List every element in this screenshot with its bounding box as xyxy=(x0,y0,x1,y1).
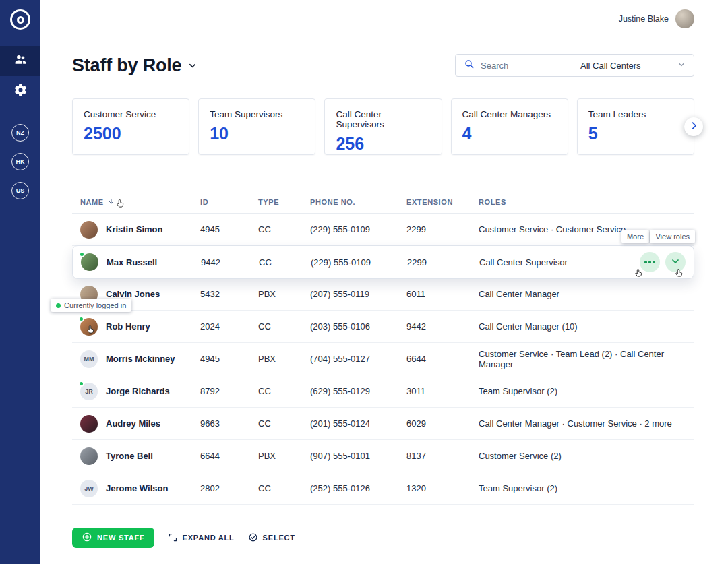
stat-value: 4 xyxy=(462,124,557,144)
chevron-right-icon xyxy=(689,121,699,133)
name-cell: JW Jerome Wilson xyxy=(80,480,200,497)
app-logo-icon[interactable] xyxy=(10,9,30,30)
staff-extension: 3011 xyxy=(406,386,479,396)
staff-roles: Customer Service · Team Lead (2) · Call … xyxy=(479,349,694,369)
expand-all-label: EXPAND ALL xyxy=(183,534,235,542)
stat-value: 256 xyxy=(336,134,430,154)
table-header-row: NAME ID TYPE PHONE NO. EXTENSION ROLES xyxy=(72,191,694,214)
stat-label: Customer Service xyxy=(84,109,178,119)
avatar[interactable] xyxy=(80,318,98,336)
stat-card-team-leaders[interactable]: Team Leaders 5 xyxy=(577,98,694,155)
region-badge-nz[interactable]: NZ xyxy=(11,124,29,142)
staff-name: Max Russell xyxy=(107,257,157,268)
view-roles-button[interactable] xyxy=(665,252,686,272)
stat-value: 10 xyxy=(210,124,304,144)
column-header-extension[interactable]: EXTENSION xyxy=(406,198,479,206)
stat-card-call-center-managers[interactable]: Call Center Managers 4 xyxy=(451,98,568,155)
new-staff-button[interactable]: NEW STAFF xyxy=(72,528,154,548)
staff-phone: (229) 555-0109 xyxy=(311,257,407,268)
app-root: NZ HK US Justine Blake Staff by Role xyxy=(0,0,728,564)
staff-extension: 8137 xyxy=(406,451,479,461)
staff-id: 2802 xyxy=(200,483,258,493)
role-stats-row: Customer Service 2500 Team Supervisors 1… xyxy=(72,98,694,155)
staff-extension: 6644 xyxy=(406,354,479,364)
sidebar: NZ HK US xyxy=(0,0,40,564)
search-icon xyxy=(464,59,475,72)
column-header-name[interactable]: NAME xyxy=(80,197,200,207)
staff-table: NAME ID TYPE PHONE NO. EXTENSION ROLES xyxy=(72,191,694,505)
tooltip-more: More xyxy=(621,230,649,243)
column-header-id[interactable]: ID xyxy=(200,198,258,206)
staff-name: Rob Henry xyxy=(106,321,150,332)
stat-card-customer-service[interactable]: Customer Service 2500 xyxy=(72,98,189,155)
people-icon xyxy=(13,53,28,69)
staff-name: Audrey Miles xyxy=(106,418,160,429)
table-row[interactable]: Tyrone Bell 6644 PBX (907) 555-0101 8137… xyxy=(72,440,694,472)
stat-card-team-supervisors[interactable]: Team Supervisors 10 xyxy=(198,98,315,155)
staff-extension: 2299 xyxy=(407,257,479,268)
select-button[interactable]: SELECT xyxy=(248,532,295,544)
call-center-filter[interactable]: All Call Centers xyxy=(572,55,694,76)
staff-name: Tyrone Bell xyxy=(106,451,153,461)
name-cell: Rob Henry xyxy=(80,318,200,336)
staff-phone: (207) 555-0119 xyxy=(310,289,406,299)
table-row[interactable]: Rob Henry 2024 CC (203) 555-0106 9442 Ca… xyxy=(72,311,694,343)
name-cell: Tyrone Bell xyxy=(80,447,200,465)
table-row[interactable]: Calvin Jones 5432 PBX (207) 555-0119 601… xyxy=(72,278,694,311)
table-row[interactable]: Kristin Simon 4945 CC (229) 555-0109 229… xyxy=(72,214,694,246)
search-input[interactable] xyxy=(481,61,564,71)
staff-phone: (201) 555-0124 xyxy=(310,418,406,429)
main-content: Justine Blake Staff by Role xyxy=(40,0,728,564)
staff-roles: Team Supervisor (2) xyxy=(479,386,694,396)
column-header-type[interactable]: TYPE xyxy=(258,198,310,206)
avatar xyxy=(81,253,98,271)
column-header-phone[interactable]: PHONE NO. xyxy=(310,198,406,206)
staff-roles: Customer Service (2) xyxy=(479,451,694,461)
expand-icon xyxy=(168,532,178,544)
search-box xyxy=(456,55,572,76)
region-badge-hk[interactable]: HK xyxy=(11,153,29,170)
staff-type: PBX xyxy=(258,289,310,299)
tooltip-view-roles: View roles xyxy=(650,230,695,243)
staff-type: CC xyxy=(258,418,310,429)
staff-name: Kristin Simon xyxy=(106,224,163,234)
stat-card-call-center-supervisors[interactable]: Call Center Supervisors 256 xyxy=(324,98,442,155)
staff-roles: Team Supervisor (2) xyxy=(479,483,694,493)
stat-label: Team Leaders xyxy=(588,109,683,119)
avatar: JR xyxy=(80,383,98,400)
table-row[interactable]: Audrey Miles 9663 CC (201) 555-0124 6029… xyxy=(72,408,694,440)
footer-actions: NEW STAFF EXPAND ALL SELECT xyxy=(72,528,694,548)
name-cell: Max Russell xyxy=(81,253,201,271)
sidebar-item-settings[interactable] xyxy=(0,76,40,106)
table-row: Max Russell 9442 CC (229) 555-0109 2299 … xyxy=(73,246,694,278)
page-title-group: Staff by Role xyxy=(72,55,198,76)
table-row-selected[interactable]: Max Russell 9442 CC (229) 555-0109 2299 … xyxy=(72,245,694,279)
stat-value: 2500 xyxy=(84,124,178,144)
table-row[interactable]: MM Morris Mckinney 4945 PBX (704) 555-01… xyxy=(72,343,694,375)
avatar: MM xyxy=(80,350,98,368)
staff-phone: (252) 555-0126 xyxy=(310,483,406,493)
region-switcher: NZ HK US xyxy=(11,124,29,199)
staff-type: CC xyxy=(258,483,310,493)
expand-all-button[interactable]: EXPAND ALL xyxy=(168,532,235,544)
stats-scroll-next-button[interactable] xyxy=(684,117,703,136)
chevron-down-icon xyxy=(677,59,686,71)
table-rows: Kristin Simon 4945 CC (229) 555-0109 229… xyxy=(72,214,694,505)
current-user-avatar[interactable] xyxy=(675,9,694,28)
table-row[interactable]: JR Jorge Richards 8792 CC (629) 555-0129… xyxy=(72,375,694,408)
stat-label: Call Center Managers xyxy=(462,109,557,119)
chevron-down-icon xyxy=(187,61,198,73)
region-badge-us[interactable]: US xyxy=(11,182,29,199)
staff-extension: 9442 xyxy=(406,321,479,332)
sidebar-item-staff[interactable] xyxy=(0,46,40,76)
more-actions-button[interactable] xyxy=(640,252,660,272)
staff-roles: Call Center Manager (10) xyxy=(479,321,694,332)
staff-roles: Call Center Manager xyxy=(479,289,694,299)
plus-circle-icon xyxy=(82,532,92,544)
table-row[interactable]: JW Jerome Wilson 2802 CC (252) 555-0126 … xyxy=(72,472,694,505)
staff-id: 9663 xyxy=(200,418,258,429)
title-dropdown-button[interactable] xyxy=(187,58,198,73)
column-header-roles[interactable]: ROLES xyxy=(479,198,694,206)
staff-type: PBX xyxy=(258,354,310,364)
staff-id: 4945 xyxy=(200,224,258,234)
